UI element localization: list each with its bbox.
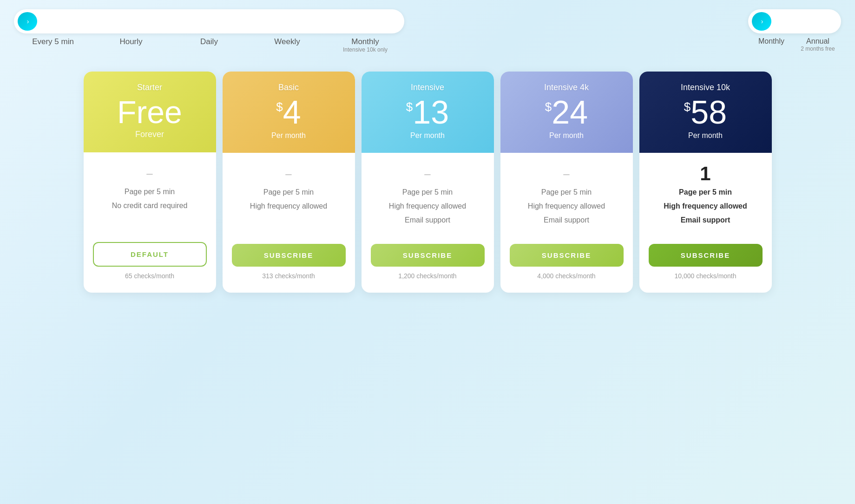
plan-feature: Page per 5 min bbox=[93, 185, 207, 199]
plan-feature: Email support bbox=[649, 213, 763, 227]
plan-feature: Page per 5 min bbox=[232, 185, 346, 199]
plan-quantity: – bbox=[285, 162, 291, 185]
plan-card-intensive: Intensive $ 13 Per month – Page per 5 mi… bbox=[362, 72, 494, 293]
plan-card-intensive-10k: Intensive 10k $ 58 Per month 1 Page per … bbox=[639, 72, 772, 293]
price-symbol: $ bbox=[276, 100, 283, 114]
plan-intensive-4k-button[interactable]: SUBSCRIBE bbox=[510, 244, 624, 267]
plans-section: Starter Free Forever – Page per 5 min No… bbox=[0, 58, 855, 302]
plan-name: Starter bbox=[93, 83, 207, 92]
plan-intensive-button[interactable]: SUBSCRIBE bbox=[371, 244, 485, 267]
plan-checks: 313 checks/month bbox=[262, 272, 315, 283]
price-period: Per month bbox=[232, 131, 346, 140]
freq-label-weekly[interactable]: Weekly bbox=[248, 37, 326, 53]
plan-card-intensive-4k: Intensive 4k $ 24 Per month – Page per 5… bbox=[500, 72, 633, 293]
billing-slider-container: › Monthly Annual 2 months free bbox=[748, 9, 841, 52]
slider-arrow-icon: › bbox=[27, 18, 29, 25]
price-period: Per month bbox=[510, 131, 624, 140]
plan-body: – Page per 5 min High frequency allowed … bbox=[362, 153, 494, 293]
frequency-slider-labels: Every 5 min Hourly Daily Weekly Monthly … bbox=[14, 37, 404, 53]
plan-name: Basic bbox=[232, 83, 346, 92]
plan-body: – Page per 5 min High frequency allowed … bbox=[500, 153, 633, 293]
freq-label-monthly[interactable]: Monthly Intensive 10k only bbox=[326, 37, 404, 53]
plan-feature: High frequency allowed bbox=[510, 199, 624, 213]
price-period: Per month bbox=[371, 131, 485, 140]
plan-name: Intensive bbox=[371, 83, 485, 92]
plan-body: – Page per 5 min No credit card required… bbox=[84, 152, 216, 293]
billing-slider-track[interactable]: › bbox=[748, 9, 841, 33]
plan-quantity: – bbox=[424, 162, 430, 185]
frequency-slider-thumb[interactable]: › bbox=[18, 12, 37, 31]
plan-checks: 1,200 checks/month bbox=[398, 272, 456, 283]
plan-feature: Email support bbox=[371, 213, 485, 227]
plan-feature: Email support bbox=[510, 213, 624, 227]
price-symbol: $ bbox=[684, 100, 691, 114]
price-period: Per month bbox=[649, 131, 763, 140]
frequency-slider-container: › Every 5 min Hourly Daily Weekly Monthl… bbox=[14, 9, 404, 53]
plan-header: Intensive 4k $ 24 Per month bbox=[500, 72, 633, 153]
price-symbol: $ bbox=[406, 100, 413, 114]
plan-quantity: – bbox=[146, 162, 152, 185]
price-symbol: $ bbox=[545, 100, 552, 114]
plan-feature: Page per 5 min bbox=[649, 185, 763, 199]
plan-checks: 10,000 checks/month bbox=[674, 272, 736, 283]
plan-body: 1 Page per 5 min High frequency allowed … bbox=[639, 153, 772, 293]
plan-intensive-10k-button[interactable]: SUBSCRIBE bbox=[649, 244, 763, 267]
plan-feature: Page per 5 min bbox=[371, 185, 485, 199]
plan-card-starter: Starter Free Forever – Page per 5 min No… bbox=[84, 72, 216, 293]
freq-label-hourly[interactable]: Hourly bbox=[92, 37, 170, 53]
price-label: Forever bbox=[93, 130, 207, 139]
price-value: 24 bbox=[552, 96, 588, 129]
billing-label-monthly[interactable]: Monthly bbox=[748, 37, 795, 52]
plan-header: Basic $ 4 Per month bbox=[223, 72, 355, 153]
plan-name: Intensive 4k bbox=[510, 83, 624, 92]
plan-checks: 4,000 checks/month bbox=[537, 272, 595, 283]
plan-feature: No credit card required bbox=[93, 199, 207, 213]
plan-header: Starter Free Forever bbox=[84, 72, 216, 152]
price-value: 13 bbox=[413, 96, 449, 129]
plan-name: Intensive 10k bbox=[649, 83, 763, 92]
plan-header: Intensive 10k $ 58 Per month bbox=[639, 72, 772, 153]
top-section: › Every 5 min Hourly Daily Weekly Monthl… bbox=[0, 0, 855, 58]
plan-quantity: – bbox=[563, 162, 569, 185]
price-value: 58 bbox=[691, 96, 727, 129]
plan-header: Intensive $ 13 Per month bbox=[362, 72, 494, 153]
billing-labels: Monthly Annual 2 months free bbox=[748, 37, 841, 52]
frequency-slider-track[interactable]: › bbox=[14, 9, 404, 33]
billing-arrow-icon: › bbox=[761, 18, 763, 25]
plan-body: – Page per 5 min High frequency allowed … bbox=[223, 153, 355, 293]
freq-label-daily[interactable]: Daily bbox=[170, 37, 248, 53]
plan-card-basic: Basic $ 4 Per month – Page per 5 min Hig… bbox=[223, 72, 355, 293]
price-value: 4 bbox=[283, 96, 301, 129]
billing-label-annual[interactable]: Annual 2 months free bbox=[795, 37, 841, 52]
plan-basic-button[interactable]: SUBSCRIBE bbox=[232, 244, 346, 267]
freq-label-every5min[interactable]: Every 5 min bbox=[14, 37, 92, 53]
billing-slider-thumb[interactable]: › bbox=[752, 12, 771, 31]
plan-quantity: 1 bbox=[700, 162, 710, 185]
plan-feature: High frequency allowed bbox=[649, 199, 763, 213]
plan-feature: High frequency allowed bbox=[232, 199, 346, 213]
plan-feature: Page per 5 min bbox=[510, 185, 624, 199]
plan-feature: High frequency allowed bbox=[371, 199, 485, 213]
plan-starter-button[interactable]: DEFAULT bbox=[93, 242, 207, 267]
plan-checks: 65 checks/month bbox=[125, 272, 174, 283]
